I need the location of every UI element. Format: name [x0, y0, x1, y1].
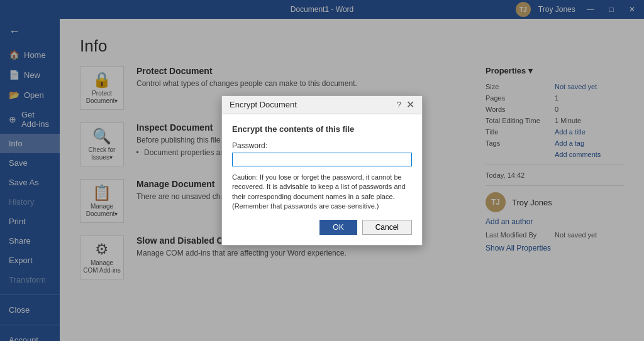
- modal-help-button[interactable]: ?: [397, 100, 401, 109]
- modal-caution-text: Caution: If you lose or forget the passw…: [232, 173, 412, 212]
- modal-close-button[interactable]: ✕: [406, 100, 414, 110]
- modal-footer: OK Cancel: [232, 220, 412, 235]
- modal-header: Encrypt Document ? ✕: [222, 96, 422, 114]
- encrypt-document-modal: Encrypt Document ? ✕ Encrypt the content…: [221, 95, 423, 246]
- modal-password-input[interactable]: [232, 153, 412, 166]
- modal-title: Encrypt Document: [230, 100, 297, 109]
- modal-body: Encrypt the contents of this file Passwo…: [222, 114, 422, 246]
- modal-subtitle: Encrypt the contents of this file: [232, 124, 412, 134]
- modal-password-label: Password:: [232, 141, 412, 150]
- modal-ok-button[interactable]: OK: [319, 220, 357, 235]
- modal-controls: ? ✕: [397, 100, 414, 110]
- modal-cancel-button[interactable]: Cancel: [362, 220, 412, 235]
- modal-overlay: Encrypt Document ? ✕ Encrypt the content…: [0, 0, 644, 341]
